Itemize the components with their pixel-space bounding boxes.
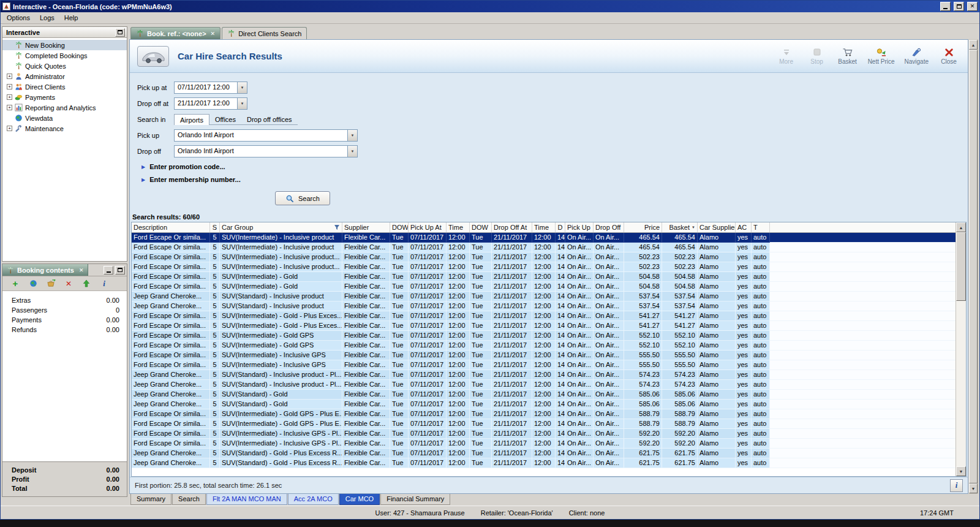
result-row[interactable]: Ford Escape Or simila...5SUV(Intermediat…	[132, 439, 956, 449]
scroll-down-icon[interactable]: ▼	[969, 483, 978, 493]
toolbar-basket-button[interactable]: Basket	[837, 47, 858, 65]
column-header-s[interactable]: S	[210, 222, 220, 232]
column-header-time[interactable]: Time	[532, 222, 556, 232]
result-row[interactable]: Jeep Grand Cheroke...5SUV(Standard) - Go…	[132, 458, 956, 468]
sidebar-item-maintenance[interactable]: +Maintenance	[2, 123, 127, 134]
expand-icon[interactable]: +	[7, 74, 12, 79]
expand-icon[interactable]: +	[7, 105, 12, 110]
search-in-tab-drop-off-offices[interactable]: Drop off offices	[241, 114, 298, 125]
booking-contents-tab[interactable]: Booking contents ✕	[2, 264, 88, 276]
delete-button[interactable]: ✕	[63, 278, 74, 289]
column-header-t[interactable]: T	[752, 222, 770, 232]
sidebar-item-direct-clients[interactable]: +Direct Clients	[2, 82, 127, 92]
sidebar-item-reporting-and-analytics[interactable]: +Reporting and Analytics	[2, 102, 127, 113]
scroll-track[interactable]	[969, 50, 978, 483]
sidebar-item-viewdata[interactable]: Viewdata	[2, 113, 127, 123]
column-header-pick-up-at[interactable]: Pick Up At	[409, 222, 447, 232]
result-row[interactable]: Ford Escape Or simila...5SUV(Intermediat…	[132, 331, 956, 341]
menu-logs[interactable]: Logs	[35, 13, 59, 23]
scroll-up-icon[interactable]: ▲	[969, 40, 978, 50]
chevron-down-icon[interactable]: ▼	[237, 98, 247, 109]
result-row[interactable]: Ford Escape Or simila...5SUV(Intermediat…	[132, 233, 956, 243]
scroll-up-icon[interactable]: ▲	[956, 222, 966, 232]
column-header-time[interactable]: Time	[447, 222, 470, 232]
search-in-tab-airports[interactable]: Airports	[174, 114, 209, 125]
bottom-tab-search[interactable]: Search	[172, 494, 206, 505]
booking-minimize-button[interactable]	[104, 266, 113, 275]
expand-icon[interactable]: +	[7, 126, 12, 131]
column-header-ac[interactable]: AC	[736, 222, 752, 232]
result-row[interactable]: Ford Escape Or simila...5SUV(Intermediat…	[132, 243, 956, 252]
menu-options[interactable]: Options	[2, 13, 35, 23]
move-up-button[interactable]	[81, 278, 92, 289]
sidebar-item-payments[interactable]: +Payments	[2, 92, 127, 102]
result-row[interactable]: Ford Escape Or simila...5SUV(Intermediat…	[132, 341, 956, 351]
result-row[interactable]: Jeep Grand Cheroke...5SUV(Standard) - In…	[132, 301, 956, 311]
column-header-dow[interactable]: DOW	[470, 222, 492, 232]
plus-button[interactable]: +	[10, 278, 21, 289]
toolbar-nett-price-button[interactable]: Nett Price	[868, 47, 895, 65]
result-row[interactable]: Ford Escape Or simila...5SUV(Intermediat…	[132, 262, 956, 272]
bottom-tab-financial-summary[interactable]: Financial Summary	[380, 494, 450, 505]
result-row[interactable]: Ford Escape Or simila...5SUV(Intermediat…	[132, 429, 956, 439]
chevron-down-icon[interactable]: ▼	[347, 146, 357, 157]
booking-restore-button[interactable]	[115, 266, 125, 275]
result-row[interactable]: Jeep Grand Cheroke...5SUV(Standard) - Go…	[132, 449, 956, 458]
bottom-tab-acc-2a-mco[interactable]: Acc 2A MCO	[288, 494, 339, 505]
chevron-down-icon[interactable]: ▼	[347, 130, 357, 141]
result-row[interactable]: Ford Escape Or simila...5SUV(Intermediat…	[132, 311, 956, 321]
scroll-down-icon[interactable]: ▼	[956, 466, 966, 476]
expand-icon[interactable]: +	[7, 94, 12, 100]
info-button[interactable]: i	[950, 479, 963, 492]
sidebar-item-completed-bookings[interactable]: Completed Bookings	[2, 50, 127, 61]
main-scrollbar[interactable]: ▲ ▼	[969, 39, 978, 494]
close-tab-icon[interactable]: ✕	[211, 31, 216, 37]
result-row[interactable]: Ford Escape Or simila...5SUV(Intermediat…	[132, 360, 956, 370]
promotion-code-expander[interactable]: ▶ Enter promotion code...	[141, 163, 968, 170]
doc-tab-direct-clients-search[interactable]: Direct Clients Search	[222, 27, 307, 39]
expand-icon[interactable]: +	[7, 84, 12, 89]
dropoff-location-dropdown[interactable]: Orlando Intl Airport ▼	[174, 145, 358, 157]
scroll-thumb[interactable]	[969, 50, 978, 483]
bottom-tab-summary[interactable]: Summary	[130, 494, 172, 505]
dropoff-at-dropdown[interactable]: 21/11/2017 12:00 ▼	[174, 97, 247, 110]
result-row[interactable]: Jeep Grand Cheroke...5SUV(Standard) - In…	[132, 292, 956, 301]
info-button[interactable]: i	[99, 278, 110, 289]
column-header-description[interactable]: Description	[132, 222, 210, 232]
result-row[interactable]: Jeep Grand Cheroke...5SUV(Standard) - Go…	[132, 390, 956, 400]
result-row[interactable]: Ford Escape Or simila...5SUV(Intermediat…	[132, 282, 956, 292]
column-header-pick-up[interactable]: Pick Up	[565, 222, 594, 232]
result-row[interactable]: Jeep Grand Cheroke...5SUV(Standard) - Go…	[132, 400, 956, 409]
column-header-d[interactable]: D	[556, 222, 565, 232]
sidebar-item-new-booking[interactable]: New Booking	[2, 40, 127, 50]
sidebar-item-quick-quotes[interactable]: Quick Quotes	[2, 61, 127, 71]
result-row[interactable]: Jeep Grand Cheroke...5SUV(Standard) - In…	[132, 380, 956, 390]
column-header-price[interactable]: Price	[624, 222, 662, 232]
result-row[interactable]: Ford Escape Or simila...5SUV(Intermediat…	[132, 272, 956, 282]
column-header-dow[interactable]: DOW	[390, 222, 409, 232]
result-row[interactable]: Ford Escape Or simila...5SUV(Intermediat…	[132, 252, 956, 262]
close-booking-tab-icon[interactable]: ✕	[79, 267, 84, 273]
column-header-supplier[interactable]: Supplier	[342, 222, 390, 232]
maximize-button[interactable]	[954, 2, 964, 11]
basket-transfer-button[interactable]	[45, 278, 56, 289]
collapse-panel-button[interactable]	[115, 28, 125, 37]
result-row[interactable]: Ford Escape Or simila...5SUV(Intermediat…	[132, 351, 956, 360]
close-window-button[interactable]: ✕	[967, 2, 978, 11]
result-row[interactable]: Ford Escape Or simila...5SUV(Intermediat…	[132, 321, 956, 331]
scroll-track[interactable]	[956, 232, 966, 466]
result-row[interactable]: Ford Escape Or simila...5SUV(Intermediat…	[132, 409, 956, 419]
column-header-basket[interactable]: Basket▼	[662, 222, 698, 232]
toolbar-navigate-button[interactable]: Navigate	[905, 47, 929, 65]
table-scrollbar[interactable]: ▲ ▼	[956, 222, 966, 476]
column-header-drop-off-at[interactable]: Drop Off At	[492, 222, 532, 232]
bottom-tab-car-mco[interactable]: Car MCO	[339, 494, 380, 505]
menu-help[interactable]: Help	[59, 13, 83, 23]
globe-button[interactable]	[28, 278, 39, 289]
minimize-button[interactable]	[940, 2, 951, 11]
column-header-car-supplier[interactable]: Car Supplier	[698, 222, 736, 232]
search-in-tab-offices[interactable]: Offices	[209, 114, 241, 125]
result-row[interactable]: Ford Escape Or simila...5SUV(Intermediat…	[132, 419, 956, 429]
pickup-location-dropdown[interactable]: Orlando Intl Airport ▼	[174, 129, 358, 142]
membership-number-expander[interactable]: ▶ Enter membership number...	[141, 176, 968, 183]
